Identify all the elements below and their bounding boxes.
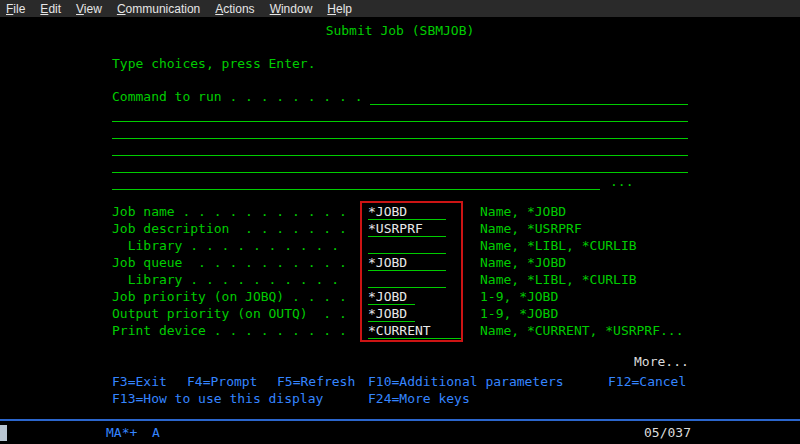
param-description: Name, *LIBL, *CURLIB (480, 238, 637, 255)
screen-title: Submit Job (SBMJOB) (0, 23, 800, 38)
command-input-continuation[interactable] (112, 106, 688, 122)
param-description: Name, *CURRENT, *USRPRF... (480, 323, 684, 340)
command-more-ellipsis: ... (610, 174, 633, 189)
function-keys-row-2: F13=How to use this displayF24=More keys (112, 391, 800, 408)
corner-mark (0, 425, 7, 441)
function-keys-row-1: F3=ExitF4=PromptF5=RefreshF10=Additional… (112, 374, 800, 391)
param-input-job-priority-on-jobq[interactable]: *JOBD (368, 289, 415, 305)
param-row: Print device . . . . . . . . .*CURRENTNa… (112, 323, 684, 340)
param-input-job-description[interactable]: *USRPRF (368, 221, 446, 237)
fkey-f24[interactable]: F24=More keys (368, 391, 470, 406)
param-label: Job description . . . . . . . (112, 221, 368, 238)
param-description: Name, *LIBL, *CURLIB (480, 272, 637, 289)
param-label: Library . . . . . . . . . . (112, 272, 368, 289)
fkey-f5[interactable]: F5=Refresh (277, 374, 355, 389)
command-label: Command to run . . . . . . . . . (112, 89, 370, 105)
param-description: 1-9, *JOBD (480, 306, 558, 323)
param-description: 1-9, *JOBD (480, 289, 558, 306)
command-input-continuation[interactable] (112, 157, 688, 173)
fkey-f4[interactable]: F4=Prompt (187, 374, 257, 389)
cursor-position: 05/037 (644, 425, 691, 440)
param-input-print-device[interactable]: *CURRENT (368, 323, 462, 339)
command-input-continuation[interactable] (112, 174, 600, 190)
menu-window[interactable]: Window (270, 2, 313, 16)
more-indicator: More... (634, 354, 689, 369)
param-input-library[interactable] (368, 238, 446, 254)
menu-help[interactable]: Help (327, 2, 352, 16)
session-id: A (152, 425, 160, 440)
param-row: Job description . . . . . . .*USRPRFName… (112, 221, 582, 238)
param-row: Library . . . . . . . . . .Name, *LIBL, … (112, 272, 637, 289)
param-description: Name, *JOBD (480, 255, 566, 272)
fkey-f10[interactable]: F10=Additional parameters (368, 374, 564, 389)
param-row: Library . . . . . . . . . .Name, *LIBL, … (112, 238, 637, 255)
param-label: Job priority (on JOBQ) . . . . (112, 289, 368, 306)
menu-actions[interactable]: Actions (215, 2, 254, 16)
param-field-area: *CURRENT (368, 323, 480, 340)
param-row: Output priority (on OUTQ) . .*JOBD1-9, *… (112, 306, 558, 323)
param-input-job-name[interactable]: *JOBD (368, 204, 446, 220)
param-label: Output priority (on OUTQ) . . (112, 306, 368, 323)
param-label: Job name . . . . . . . . . . . (112, 204, 368, 221)
fkey-f13[interactable]: F13=How to use this display (112, 391, 323, 406)
param-label: Library . . . . . . . . . . (112, 238, 368, 255)
command-row: Command to run . . . . . . . . . (112, 89, 688, 105)
param-field-area (368, 238, 480, 255)
menu-edit[interactable]: Edit (40, 2, 61, 16)
status-indicators: MA*+ (106, 425, 137, 440)
menu-view[interactable]: View (76, 2, 102, 16)
param-field-area (368, 272, 480, 289)
status-bar: MA*+ A 05/037 (0, 419, 800, 444)
param-label: Print device . . . . . . . . . (112, 323, 368, 340)
param-description: Name, *JOBD (480, 204, 566, 221)
instruction-text: Type choices, press Enter. (112, 56, 316, 71)
param-field-area: *JOBD (368, 204, 480, 221)
terminal-emulator-window: FileEditViewCommunicationActionsWindowHe… (0, 0, 800, 444)
fkey-f12[interactable]: F12=Cancel (608, 374, 686, 389)
menu-file[interactable]: File (6, 2, 25, 16)
command-input-continuation[interactable] (112, 123, 688, 139)
command-input-continuation[interactable] (112, 140, 688, 156)
param-input-job-queue[interactable]: *JOBD (368, 255, 446, 271)
terminal-screen: Submit Job (SBMJOB) Type choices, press … (0, 17, 800, 417)
param-field-area: *USRPRF (368, 221, 480, 238)
param-input-output-priority-on-outq[interactable]: *JOBD (368, 306, 415, 322)
param-field-area: *JOBD (368, 255, 480, 272)
param-label: Job queue . . . . . . . . . . (112, 255, 368, 272)
param-row: Job queue . . . . . . . . . .*JOBDName, … (112, 255, 566, 272)
param-row: Job priority (on JOBQ) . . . .*JOBD1-9, … (112, 289, 558, 306)
param-row: Job name . . . . . . . . . . .*JOBDName,… (112, 204, 566, 221)
param-input-library[interactable] (368, 272, 446, 288)
param-description: Name, *USRPRF (480, 221, 582, 238)
param-field-area: *JOBD (368, 306, 480, 323)
fkey-f3[interactable]: F3=Exit (112, 374, 167, 389)
command-input[interactable] (370, 89, 688, 105)
menu-communication[interactable]: Communication (117, 2, 200, 16)
param-field-area: *JOBD (368, 289, 480, 306)
menu-bar: FileEditViewCommunicationActionsWindowHe… (0, 0, 800, 17)
